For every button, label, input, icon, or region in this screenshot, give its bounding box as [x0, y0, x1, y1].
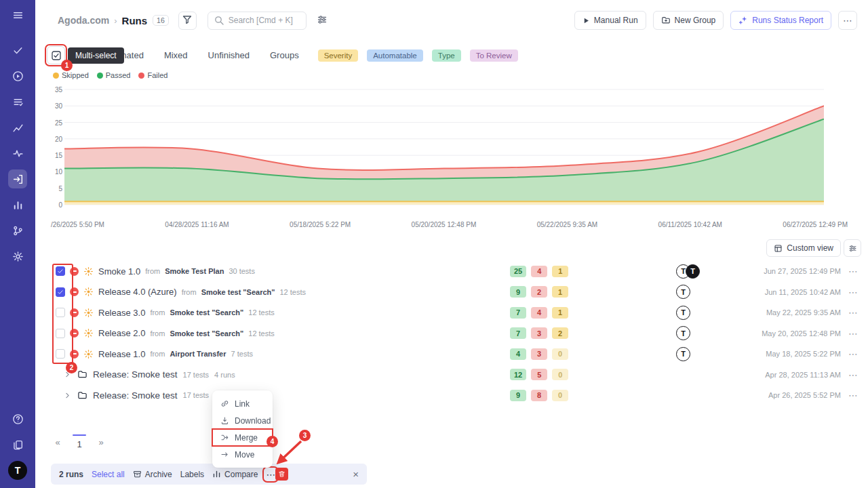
run-checkbox[interactable] [56, 287, 65, 297]
row-more-button[interactable]: ⋯ [848, 328, 858, 339]
run-row[interactable]: Smoke 1.0 from Smoke Test Plan 30 tests … [51, 261, 858, 282]
runs-status-report-button[interactable]: Runs Status Report [730, 11, 831, 30]
sidebar-play-circle-icon[interactable] [8, 66, 27, 85]
archive-icon [133, 470, 142, 479]
plan-name[interactable]: Smoke test "Search" [170, 329, 243, 338]
header: Agoda.com › Runs 16 Manual Run New Group… [35, 0, 868, 41]
sidebar-branch-icon[interactable] [8, 221, 27, 240]
pagination-page-1[interactable]: 1 [71, 434, 87, 449]
row-more-button[interactable]: ⋯ [848, 287, 858, 298]
run-checkbox[interactable] [56, 308, 65, 317]
sidebar-pages-icon[interactable] [8, 435, 27, 454]
sidebar-trend-icon[interactable] [8, 118, 27, 137]
search-icon [214, 15, 224, 26]
runs-count-badge: 16 [153, 15, 169, 26]
close-action-bar-button[interactable]: × [353, 468, 359, 480]
run-title[interactable]: Release 4.0 (Azure) [98, 287, 177, 297]
pagination-next[interactable]: » [94, 437, 108, 447]
search-box[interactable] [208, 12, 307, 30]
breadcrumb-project[interactable]: Agoda.com [58, 15, 109, 26]
plan-name[interactable]: Airport Transfer [170, 350, 226, 358]
avatar[interactable]: T [676, 285, 690, 299]
sidebar-bar-chart-icon[interactable] [8, 195, 27, 214]
archive-button[interactable]: Archive [133, 470, 172, 479]
group-title[interactable]: Release: Smoke test [93, 369, 178, 380]
tab-groups[interactable]: Groups [270, 50, 299, 60]
passed-badge: 12 [510, 369, 526, 380]
manual-run-button[interactable]: Manual Run [574, 11, 646, 30]
pill-to-review[interactable]: To Review [470, 49, 518, 62]
link-icon [220, 399, 229, 408]
run-row[interactable]: Release 2.0 from Smoke test "Search" 12 … [51, 323, 858, 344]
menu-item-merge[interactable]: Merge [212, 429, 273, 446]
legend-passed[interactable]: Passed [97, 71, 131, 79]
avatar[interactable]: T [676, 347, 690, 361]
group-row[interactable]: Release: Smoke test 17 tests 7 runs 9 8 … [51, 385, 858, 406]
run-checkbox[interactable] [56, 349, 65, 359]
filter-button[interactable] [178, 12, 197, 30]
search-input[interactable] [229, 16, 300, 25]
avatar[interactable]: T [676, 306, 690, 320]
row-more-button[interactable]: ⋯ [848, 369, 858, 380]
run-title[interactable]: Release 3.0 [98, 308, 145, 318]
search-filter-sliders-icon[interactable] [317, 14, 328, 27]
select-all-link[interactable]: Select all [92, 470, 125, 479]
row-more-button[interactable]: ⋯ [848, 266, 858, 277]
avatar[interactable]: T [676, 326, 690, 340]
sidebar-menu-icon[interactable] [8, 5, 27, 24]
menu-item-move[interactable]: Move [212, 446, 273, 463]
breadcrumb-page: Runs [122, 15, 148, 26]
run-checkbox[interactable] [56, 266, 65, 276]
group-row[interactable]: Release: Smoke test 17 tests 4 runs 12 5… [51, 365, 858, 386]
new-group-button[interactable]: New Group [653, 11, 724, 30]
from-label: from [182, 288, 197, 296]
compare-button[interactable]: Compare [212, 470, 258, 479]
avatar[interactable]: T [686, 264, 700, 279]
group-title[interactable]: Release: Smoke test [93, 390, 178, 401]
plan-name[interactable]: Smoke Test Plan [165, 267, 224, 275]
tab-mixed[interactable]: Mixed [164, 50, 188, 60]
sidebar-import-icon[interactable] [8, 169, 27, 188]
failed-status-icon [70, 308, 79, 317]
custom-view-button[interactable]: Custom view [766, 239, 841, 257]
legend-skipped[interactable]: Skipped [53, 71, 89, 79]
row-more-button[interactable]: ⋯ [848, 348, 858, 359]
bulk-more-button[interactable]: ⋯ [266, 470, 275, 479]
header-more-button[interactable]: ⋯ [838, 11, 857, 30]
workspace-logo[interactable]: T [8, 461, 27, 480]
run-row[interactable]: Release 3.0 from Smoke test "Search" 12 … [51, 302, 858, 323]
run-title[interactable]: Smoke 1.0 [98, 266, 140, 277]
pagination: « 1 » [51, 434, 108, 449]
run-row[interactable]: Release 1.0 from Airport Transfer 7 test… [51, 344, 858, 365]
view-settings-button[interactable] [844, 239, 861, 257]
sidebar-gear-icon[interactable] [8, 247, 27, 266]
selected-count: 2 runs [59, 470, 83, 479]
tab-unfinished[interactable]: Unfinished [208, 50, 250, 60]
legend-failed[interactable]: Failed [138, 71, 167, 79]
failed-badge: 4 [531, 307, 547, 319]
run-title[interactable]: Release 1.0 [98, 349, 145, 359]
menu-item-download[interactable]: Download [212, 412, 273, 429]
expand-chevron-icon[interactable] [63, 391, 72, 400]
result-badges: 12 5 0 [510, 369, 568, 380]
sidebar-pulse-icon[interactable] [8, 144, 27, 163]
run-type-icon [83, 349, 94, 359]
plan-name[interactable]: Smoke test "Search" [201, 288, 275, 296]
run-row[interactable]: Release 4.0 (Azure) from Smoke test "Sea… [51, 282, 858, 303]
sidebar-check-icon[interactable] [8, 41, 27, 60]
pill-automatable[interactable]: Automatable [367, 49, 423, 62]
sidebar-list-icon[interactable] [8, 92, 27, 111]
row-more-button[interactable]: ⋯ [848, 307, 858, 318]
row-more-button[interactable]: ⋯ [848, 390, 858, 401]
sidebar-help-icon[interactable] [8, 409, 27, 428]
pill-severity[interactable]: Severity [318, 49, 359, 62]
pagination-prev[interactable]: « [51, 437, 64, 447]
bulk-actions-context-menu: LinkDownloadMergeMove [212, 390, 273, 468]
plan-name[interactable]: Smoke test "Search" [170, 308, 243, 317]
run-title[interactable]: Release 2.0 [98, 328, 145, 338]
menu-item-link[interactable]: Link [212, 395, 273, 412]
pill-type[interactable]: Type [432, 49, 461, 62]
labels-button[interactable]: Labels [180, 470, 204, 479]
run-checkbox[interactable] [56, 329, 65, 338]
run-type-icon [83, 328, 94, 338]
